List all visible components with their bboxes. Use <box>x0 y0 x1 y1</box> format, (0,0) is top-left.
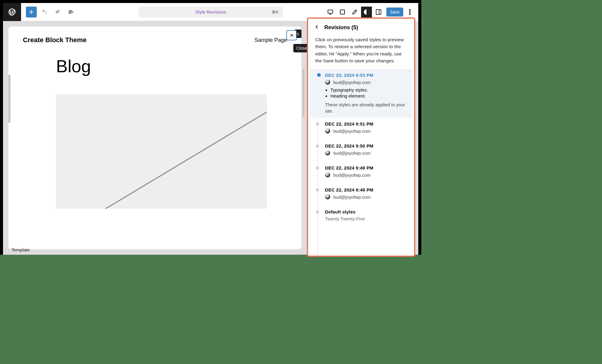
revision-date: DEC 22, 2024 9:53 PM <box>325 73 409 78</box>
revision-date: DEC 22, 2024 9:49 PM <box>325 165 409 170</box>
revisions-list: DEC 22, 2024 9:53 PM bud@joyofwp.com Typ… <box>308 69 414 256</box>
avatar-icon <box>325 172 330 178</box>
revision-item[interactable]: DEC 22, 2024 9:50 PM bud@joyofwp.com <box>308 140 414 162</box>
save-button[interactable]: Save <box>386 8 403 17</box>
timeline-dot-icon <box>316 123 319 126</box>
avatar-icon <box>325 150 330 156</box>
revision-item[interactable]: DEC 22, 2024 9:49 PM bud@joyofwp.com <box>308 184 414 206</box>
revisions-panel: Revisions (5) Click on previously saved … <box>307 17 415 257</box>
timeline-dot-icon <box>316 210 319 213</box>
breadcrumb[interactable]: Template <box>11 247 30 252</box>
redo-button[interactable] <box>52 7 63 17</box>
site-title[interactable]: Create Block Theme <box>23 36 87 44</box>
revision-date: DEC 22, 2024 9:49 PM <box>325 187 409 192</box>
view-desktop-icon[interactable] <box>325 7 336 17</box>
scrollbar-left[interactable] <box>8 75 11 123</box>
timeline-dot-icon <box>316 166 319 170</box>
revision-author: bud@joyofwp.com <box>333 129 371 134</box>
tools-icon[interactable] <box>349 7 360 17</box>
revision-date: DEC 22, 2024 9:50 PM <box>325 143 409 148</box>
featured-image-placeholder[interactable] <box>56 94 267 209</box>
document-title-bar[interactable]: Style Revisions ⌘K <box>139 7 283 17</box>
page-preview: s ✕ Close re Create Block Theme Sample P… <box>8 26 301 249</box>
svg-point-5 <box>409 9 410 10</box>
revision-author: bud@joyofwp.com <box>333 194 371 200</box>
timeline-dot-icon <box>317 73 321 77</box>
document-title: Style Revisions <box>195 9 226 14</box>
change-item: Typography styles. <box>330 87 409 92</box>
styles-icon[interactable] <box>361 7 372 17</box>
svg-point-7 <box>409 14 410 14</box>
revision-item[interactable]: DEC 22, 2024 9:53 PM bud@joyofwp.com Typ… <box>310 69 412 118</box>
revision-item[interactable]: DEC 22, 2024 9:51 PM bud@joyofwp.com <box>308 118 414 140</box>
svg-rect-3 <box>376 10 381 14</box>
revision-changes: Typography styles. Heading element. <box>325 87 409 98</box>
avatar-icon <box>325 79 330 85</box>
command-shortcut: ⌘K <box>272 10 279 14</box>
wordpress-logo[interactable] <box>3 3 21 21</box>
panel-description: Click on previously saved styles to prev… <box>308 34 414 69</box>
timeline-dot-icon <box>316 188 319 191</box>
list-view-button[interactable] <box>66 7 76 17</box>
panel-title: Revisions (5) <box>324 24 358 31</box>
avatar-icon <box>325 128 330 134</box>
default-theme-name: Twenty Twenty-Five <box>325 216 409 221</box>
revision-author: bud@joyofwp.com <box>333 80 371 85</box>
svg-rect-0 <box>328 10 333 13</box>
settings-panel-icon[interactable] <box>373 7 384 17</box>
undo-button[interactable] <box>39 7 50 17</box>
change-item: Heading element. <box>330 93 409 98</box>
nav-link-sample-page[interactable]: Sample Page <box>254 37 287 43</box>
timeline-dot-icon <box>316 145 319 148</box>
default-styles-label: Default styles <box>325 209 409 214</box>
revision-author: bud@joyofwp.com <box>333 151 371 156</box>
svg-point-6 <box>409 11 410 12</box>
revision-note: These styles are already applied to your… <box>325 101 409 114</box>
close-panel-button[interactable]: ✕ <box>286 30 297 40</box>
avatar-icon <box>325 194 330 200</box>
block-inserter-button[interactable] <box>26 7 37 17</box>
scrollbar-right[interactable] <box>302 69 304 117</box>
svg-rect-1 <box>340 10 345 14</box>
options-menu-icon[interactable] <box>404 7 415 17</box>
revision-author: bud@joyofwp.com <box>333 173 371 178</box>
revision-item[interactable]: DEC 22, 2024 9:49 PM bud@joyofwp.com <box>308 162 414 184</box>
query-title[interactable]: Blog <box>56 56 287 76</box>
zoom-out-icon[interactable] <box>337 7 348 17</box>
back-button[interactable] <box>313 23 321 31</box>
revision-item-default[interactable]: Default styles Twenty Twenty-Five <box>308 206 414 225</box>
revision-date: DEC 22, 2024 9:51 PM <box>325 121 409 126</box>
